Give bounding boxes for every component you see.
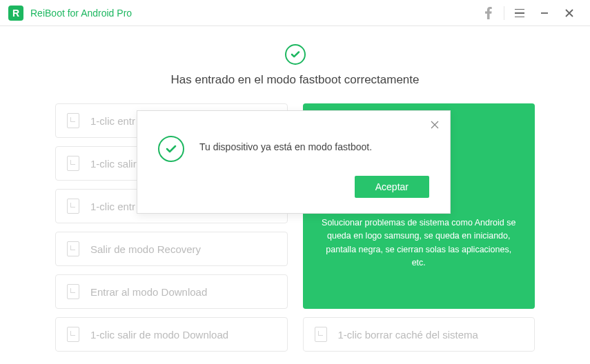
option-label: 1-clic borrar caché del sistema [338,329,478,341]
phone-icon [67,199,79,214]
featured-description: Solucionar problemas de sistema como And… [318,216,520,270]
accept-button[interactable]: Aceptar [355,176,429,198]
option-label: 1-clic salir [90,158,137,170]
modal-dialog: Tu dispositivo ya está en modo fastboot.… [137,110,451,214]
phone-icon [67,241,79,256]
close-icon[interactable] [557,0,582,26]
app-title: ReiBoot for Android Pro [30,8,476,19]
option-label: 1-clic salir de modo Download [90,329,228,341]
titlebar: R ReiBoot for Android Pro [0,0,590,26]
facebook-icon[interactable] [476,0,501,26]
option-label: 1-clic entr [90,201,135,212]
checkmark-icon [158,136,184,162]
option-label: Salir de modo Recovery [90,243,201,255]
phone-icon [67,284,79,299]
option-label: 1-clic entr [90,115,135,127]
option-clear-cache[interactable]: 1-clic borrar caché del sistema [303,317,535,352]
modal-actions: Aceptar [199,176,429,198]
success-header: Has entrado en el modo fastboot correcta… [55,40,535,103]
success-message: Has entrado en el modo fastboot correcta… [55,73,535,87]
close-icon[interactable] [428,118,442,132]
option-exit-download[interactable]: 1-clic salir de modo Download [55,317,288,352]
divider [504,6,504,20]
modal-body: Tu dispositivo ya está en modo fastboot.… [137,111,450,213]
titlebar-controls [476,0,582,26]
option-enter-download[interactable]: Entrar al modo Download [55,274,288,309]
minimize-icon[interactable] [532,0,557,26]
option-exit-recovery[interactable]: Salir de modo Recovery [55,232,288,266]
menu-icon[interactable] [507,0,532,26]
phone-icon [67,113,79,128]
phone-icon [67,327,79,342]
app-logo: R [8,6,23,21]
phone-icon [315,327,327,342]
modal-text-area: Tu dispositivo ya está en modo fastboot.… [199,136,429,198]
phone-icon [67,156,79,171]
modal-message: Tu dispositivo ya está en modo fastboot. [199,141,429,152]
checkmark-icon [285,44,306,65]
option-label: Entrar al modo Download [90,286,207,298]
